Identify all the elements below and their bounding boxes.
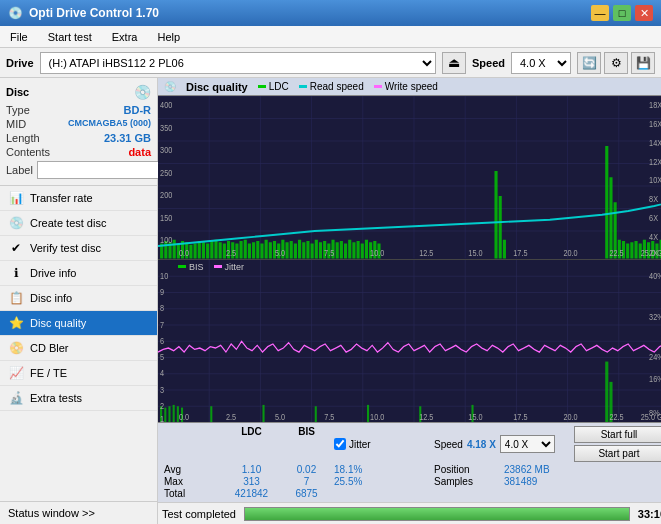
app-title: Opti Drive Control 1.70 [29, 6, 159, 20]
svg-text:25.0 GB: 25.0 GB [641, 248, 661, 258]
speed-stat-label: Speed [434, 439, 463, 450]
nav-fe-te[interactable]: 📈 FE / TE [0, 361, 157, 386]
nav-transfer-rate[interactable]: 📊 Transfer rate [0, 186, 157, 211]
svg-text:4: 4 [160, 367, 164, 378]
svg-text:17.5: 17.5 [513, 410, 527, 421]
svg-rect-135 [173, 404, 175, 422]
max-bis: 7 [279, 476, 334, 487]
stats-section: LDC BIS Jitter Speed 4.18 X 4.0 X Start … [158, 422, 661, 502]
svg-rect-139 [262, 404, 264, 422]
refresh-button[interactable]: 🔄 [577, 52, 601, 74]
speed-select[interactable]: 4.0 X [511, 52, 571, 74]
write-speed-legend-label: Write speed [385, 81, 438, 92]
maximize-button[interactable]: □ [613, 5, 631, 21]
svg-rect-59 [340, 241, 343, 259]
length-label: Length [6, 132, 40, 144]
svg-rect-71 [503, 240, 506, 259]
svg-rect-41 [265, 240, 268, 259]
nav-extra-tests[interactable]: 🔬 Extra tests [0, 386, 157, 411]
svg-rect-77 [626, 244, 629, 259]
nav-transfer-rate-label: Transfer rate [30, 192, 93, 204]
svg-rect-47 [290, 241, 293, 259]
svg-text:400: 400 [160, 101, 173, 111]
save-button[interactable]: 💾 [631, 52, 655, 74]
fe-te-icon: 📈 [8, 366, 24, 380]
svg-rect-60 [344, 244, 347, 259]
svg-rect-35 [240, 241, 243, 259]
total-bis: 6875 [279, 488, 334, 499]
svg-text:15.0: 15.0 [468, 410, 482, 421]
svg-rect-63 [357, 241, 360, 259]
svg-text:20.0: 20.0 [563, 410, 577, 421]
nav-drive-info[interactable]: ℹ Drive info [0, 261, 157, 286]
disc-quality-icon: ⭐ [8, 316, 24, 330]
nav-create-test-disc[interactable]: 💿 Create test disc [0, 211, 157, 236]
svg-text:18X: 18X [649, 101, 661, 111]
bottom-chart: BIS Jitter [158, 260, 661, 423]
svg-rect-52 [311, 244, 314, 259]
svg-rect-58 [336, 242, 339, 258]
drive-select[interactable]: (H:) ATAPI iHBS112 2 PL06 [40, 52, 436, 74]
eject-button[interactable]: ⏏ [442, 52, 466, 74]
svg-text:200: 200 [160, 191, 173, 201]
menu-start-test[interactable]: Start test [42, 29, 98, 45]
svg-rect-73 [609, 177, 612, 258]
content-area: 💿 Disc quality LDC Read speed Write spee… [158, 78, 661, 524]
nav-disc-info[interactable]: 📋 Disc info [0, 286, 157, 311]
svg-text:8X: 8X [649, 195, 659, 205]
speed-stat-select[interactable]: 4.0 X [500, 435, 555, 453]
svg-rect-38 [252, 242, 255, 258]
app-icon: 💿 [8, 6, 23, 20]
status-window-label: Status window >> [8, 507, 95, 519]
nav-verify-test-disc[interactable]: ✔ Verify test disc [0, 236, 157, 261]
svg-rect-24 [194, 244, 197, 259]
svg-rect-62 [352, 242, 355, 258]
menu-extra[interactable]: Extra [106, 29, 144, 45]
svg-text:12X: 12X [649, 157, 661, 167]
svg-text:5.0: 5.0 [275, 248, 286, 258]
nav-create-test-disc-label: Create test disc [30, 217, 106, 229]
svg-text:9: 9 [160, 286, 164, 297]
disc-info-icon: 📋 [8, 291, 24, 305]
avg-ldc: 1.10 [224, 464, 279, 475]
nav-cd-bler-label: CD Bler [30, 342, 69, 354]
svg-rect-36 [244, 240, 247, 259]
close-button[interactable]: ✕ [635, 5, 653, 21]
svg-rect-65 [365, 240, 368, 259]
samples-label: Samples [434, 476, 504, 487]
start-full-button[interactable]: Start full [574, 426, 661, 443]
menu-help[interactable]: Help [151, 29, 186, 45]
svg-rect-79 [634, 241, 637, 259]
svg-text:7.5: 7.5 [324, 248, 335, 258]
svg-rect-39 [256, 241, 259, 259]
disc-quality-icon2: 💿 [164, 81, 176, 92]
start-part-button[interactable]: Start part [574, 445, 661, 462]
total-ldc: 421842 [224, 488, 279, 499]
svg-text:20.0: 20.0 [563, 248, 578, 258]
ldc-legend-dot [258, 85, 266, 88]
jitter-checkbox[interactable] [334, 438, 346, 450]
chart-header: 💿 Disc quality LDC Read speed Write spee… [158, 78, 661, 96]
total-label: Total [164, 488, 224, 499]
samples-value: 381489 [504, 476, 574, 487]
label-input[interactable] [37, 161, 170, 179]
status-bar: Test completed 33:16 [158, 502, 661, 524]
svg-text:40%: 40% [649, 270, 661, 281]
drive-toolbar: Drive (H:) ATAPI iHBS112 2 PL06 ⏏ Speed … [0, 48, 661, 78]
settings-button[interactable]: ⚙ [604, 52, 628, 74]
progress-bar-fill [245, 508, 629, 520]
minimize-button[interactable]: — [591, 5, 609, 21]
create-test-disc-icon: 💿 [8, 216, 24, 230]
nav-cd-bler[interactable]: 📀 CD Bler [0, 336, 157, 361]
svg-text:10.0: 10.0 [370, 410, 384, 421]
status-window-button[interactable]: Status window >> [0, 501, 157, 524]
ldc-header: LDC [224, 426, 279, 462]
nav-disc-quality[interactable]: ⭐ Disc quality [0, 311, 157, 336]
menu-file[interactable]: File [4, 29, 34, 45]
svg-text:10.0: 10.0 [370, 248, 385, 258]
svg-rect-69 [494, 171, 497, 259]
mid-value: CMCMAGBA5 (000) [68, 118, 151, 130]
label-label: Label [6, 164, 33, 176]
svg-text:17.5: 17.5 [513, 248, 528, 258]
svg-rect-61 [348, 240, 351, 259]
